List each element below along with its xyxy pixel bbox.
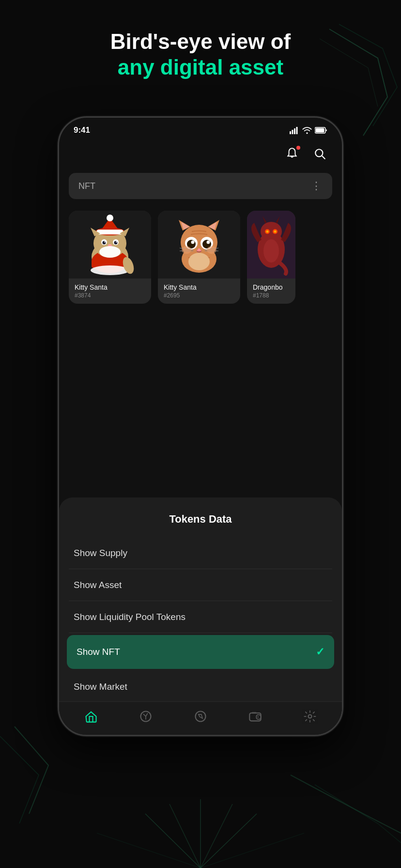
- svg-line-6: [200, 833, 304, 868]
- status-time: 9:41: [74, 125, 90, 135]
- nft-card-3[interactable]: Dragonbo #1788: [247, 211, 295, 304]
- svg-rect-7: [290, 131, 291, 134]
- phone-power-btn: [342, 239, 343, 282]
- menu-item-show-asset[interactable]: Show Asset: [59, 569, 342, 601]
- nft-name-3: Dragonbo: [253, 283, 290, 291]
- svg-point-60: [263, 239, 279, 263]
- svg-point-53: [188, 253, 210, 270]
- svg-point-55: [261, 222, 282, 241]
- svg-rect-22: [96, 230, 123, 234]
- menu-item-label-market: Show Market: [74, 682, 127, 692]
- sheet-title: Tokens Data: [59, 497, 342, 537]
- wifi-icon: [302, 126, 312, 134]
- nft-card-info-3: Dragonbo #1788: [247, 279, 295, 304]
- nft-card-info-2: Kitty Santa #2695: [158, 279, 240, 304]
- status-icons: [290, 126, 327, 134]
- nft-cards-row: Kitty Santa #3874: [59, 203, 342, 311]
- filter-bar[interactable]: NFT ⋮: [69, 173, 332, 199]
- nft-card[interactable]: Kitty Santa #3874: [69, 211, 151, 304]
- search-button[interactable]: [310, 144, 330, 164]
- svg-point-13: [315, 149, 323, 156]
- phone-screen: 9:41: [59, 118, 342, 735]
- phone-frame: 9:41: [58, 116, 343, 736]
- notification-button[interactable]: [282, 144, 302, 164]
- svg-point-26: [114, 241, 118, 245]
- menu-item-label-asset: Show Asset: [74, 580, 122, 590]
- menu-item-label-liquidity: Show Liquidity Pool Tokens: [74, 612, 185, 622]
- svg-point-58: [266, 231, 269, 233]
- svg-point-17: [91, 265, 129, 275]
- menu-item-label-nft: Show NFT: [77, 647, 120, 657]
- svg-point-30: [99, 246, 121, 258]
- svg-rect-65: [252, 712, 256, 714]
- nft-id-1: #3874: [75, 292, 145, 299]
- menu-item-show-supply[interactable]: Show Supply: [59, 537, 342, 569]
- nav-wallet[interactable]: [248, 710, 262, 723]
- signal-icon: [290, 126, 299, 134]
- svg-point-27: [104, 241, 105, 242]
- chart-icon: [139, 710, 153, 723]
- nft-id-2: #2695: [164, 292, 234, 299]
- header-title-line1: Bird's-eye view of: [0, 29, 401, 55]
- nft-card-2[interactable]: Kitty Santa #2695: [158, 211, 240, 304]
- svg-point-51: [182, 246, 191, 254]
- svg-point-21: [107, 215, 113, 221]
- nav-settings[interactable]: [303, 710, 317, 723]
- search-icon: [314, 148, 326, 160]
- svg-marker-63: [199, 714, 202, 718]
- home-icon: [84, 710, 98, 723]
- status-bar: 9:41: [59, 118, 342, 139]
- nav-discover[interactable]: [194, 710, 207, 723]
- checkmark-icon: ✓: [316, 646, 324, 658]
- svg-line-5: [97, 833, 200, 868]
- menu-item-label-supply: Show Supply: [74, 548, 127, 558]
- svg-rect-8: [292, 130, 293, 134]
- nft-card-info-1: Kitty Santa #3874: [69, 279, 151, 304]
- svg-point-44: [191, 241, 195, 244]
- header-area: Bird's-eye view of any digital asset: [0, 29, 401, 80]
- menu-item-show-market[interactable]: Show Market: [59, 671, 342, 703]
- nft-image-2: [158, 211, 240, 279]
- svg-point-67: [308, 715, 311, 718]
- nft-name-1: Kitty Santa: [75, 283, 145, 291]
- nft-image-3: [247, 211, 295, 279]
- nav-home[interactable]: [84, 710, 98, 723]
- filter-options-icon[interactable]: ⋮: [311, 180, 323, 192]
- svg-rect-12: [316, 128, 324, 133]
- header-title-line2: any digital asset: [0, 55, 401, 80]
- nft-id-3: #1788: [253, 292, 290, 299]
- filter-label: NFT: [78, 181, 95, 191]
- svg-rect-64: [249, 713, 261, 721]
- svg-point-28: [116, 241, 117, 242]
- svg-point-45: [207, 241, 210, 244]
- bell-icon: [286, 147, 298, 161]
- nft-name-2: Kitty Santa: [164, 283, 234, 291]
- top-actions: [59, 139, 342, 169]
- bottom-nav: [59, 701, 342, 735]
- menu-item-show-liquidity[interactable]: Show Liquidity Pool Tokens: [59, 601, 342, 633]
- svg-point-25: [103, 241, 106, 245]
- svg-line-3: [200, 804, 232, 868]
- phone-volume-down: [58, 253, 59, 282]
- svg-line-1: [170, 804, 200, 868]
- svg-line-4: [200, 814, 257, 868]
- svg-point-59: [274, 231, 277, 233]
- nft-image-1: [69, 211, 151, 279]
- compass-icon: [194, 710, 207, 723]
- bottom-sheet: Tokens Data Show Supply Show Asset Show …: [59, 497, 342, 735]
- svg-rect-9: [294, 128, 295, 134]
- phone-volume-up: [58, 215, 59, 244]
- notification-dot: [296, 146, 300, 150]
- svg-line-0: [145, 814, 200, 868]
- svg-point-52: [207, 246, 216, 254]
- menu-item-show-nft[interactable]: Show NFT ✓: [67, 635, 334, 669]
- svg-point-62: [195, 712, 205, 722]
- battery-icon: [315, 127, 327, 134]
- wallet-icon: [248, 710, 262, 723]
- svg-rect-10: [296, 127, 298, 134]
- nav-markets[interactable]: [139, 710, 153, 723]
- settings-icon: [303, 710, 317, 723]
